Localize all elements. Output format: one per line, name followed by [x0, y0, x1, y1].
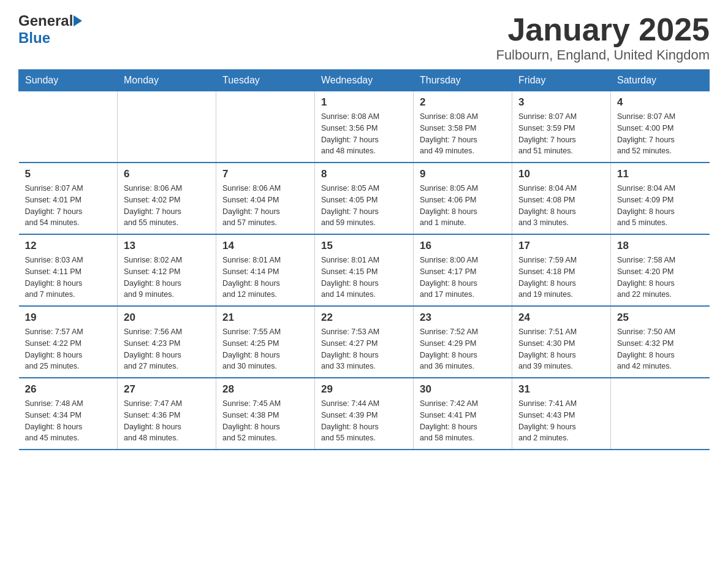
day-number: 24 — [518, 312, 604, 324]
calendar-cell: 2Sunrise: 8:08 AM Sunset: 3:58 PM Daylig… — [414, 91, 512, 163]
calendar-cell: 20Sunrise: 7:56 AM Sunset: 4:23 PM Dayli… — [118, 306, 216, 378]
calendar-cell: 11Sunrise: 8:04 AM Sunset: 4:09 PM Dayli… — [611, 163, 710, 234]
logo-blue: Blue — [18, 29, 50, 46]
calendar-cell: 23Sunrise: 7:52 AM Sunset: 4:29 PM Dayli… — [414, 306, 512, 378]
day-info: Sunrise: 8:01 AM Sunset: 4:15 PM Dayligh… — [321, 255, 407, 301]
calendar-cell: 19Sunrise: 7:57 AM Sunset: 4:22 PM Dayli… — [19, 306, 118, 378]
day-info: Sunrise: 8:04 AM Sunset: 4:09 PM Dayligh… — [617, 183, 703, 229]
calendar-title: January 2025 — [496, 12, 710, 47]
day-number: 17 — [518, 240, 604, 252]
calendar-week-4: 19Sunrise: 7:57 AM Sunset: 4:22 PM Dayli… — [19, 306, 710, 378]
day-info: Sunrise: 7:48 AM Sunset: 4:34 PM Dayligh… — [25, 398, 112, 444]
day-info: Sunrise: 8:06 AM Sunset: 4:02 PM Dayligh… — [124, 183, 210, 229]
day-number: 30 — [420, 383, 506, 396]
day-info: Sunrise: 7:52 AM Sunset: 4:29 PM Dayligh… — [420, 326, 506, 372]
calendar-cell — [19, 91, 118, 163]
day-info: Sunrise: 7:53 AM Sunset: 4:27 PM Dayligh… — [321, 326, 407, 372]
calendar-cell: 15Sunrise: 8:01 AM Sunset: 4:15 PM Dayli… — [315, 234, 414, 306]
day-number: 2 — [420, 96, 506, 109]
calendar-week-2: 5Sunrise: 8:07 AM Sunset: 4:01 PM Daylig… — [19, 163, 710, 234]
calendar-cell: 7Sunrise: 8:06 AM Sunset: 4:04 PM Daylig… — [216, 163, 315, 234]
day-info: Sunrise: 8:08 AM Sunset: 3:58 PM Dayligh… — [420, 111, 506, 157]
day-info: Sunrise: 7:51 AM Sunset: 4:30 PM Dayligh… — [518, 326, 604, 372]
day-info: Sunrise: 8:08 AM Sunset: 3:56 PM Dayligh… — [321, 111, 407, 157]
title-block: January 2025 Fulbourn, England, United K… — [496, 12, 710, 63]
calendar-cell: 8Sunrise: 8:05 AM Sunset: 4:05 PM Daylig… — [315, 163, 414, 234]
calendar-cell: 1Sunrise: 8:08 AM Sunset: 3:56 PM Daylig… — [315, 91, 414, 163]
day-number: 22 — [321, 312, 407, 324]
day-info: Sunrise: 7:47 AM Sunset: 4:36 PM Dayligh… — [124, 398, 210, 444]
calendar-cell: 18Sunrise: 7:58 AM Sunset: 4:20 PM Dayli… — [611, 234, 710, 306]
page-header: General Blue January 2025 Fulbourn, Engl… — [18, 12, 710, 63]
day-number: 5 — [25, 168, 112, 180]
calendar-cell: 31Sunrise: 7:41 AM Sunset: 4:43 PM Dayli… — [512, 378, 611, 450]
header-day-thursday: Thursday — [414, 70, 512, 91]
calendar-cell: 13Sunrise: 8:02 AM Sunset: 4:12 PM Dayli… — [118, 234, 216, 306]
day-info: Sunrise: 8:06 AM Sunset: 4:04 PM Dayligh… — [222, 183, 308, 229]
calendar-cell: 29Sunrise: 7:44 AM Sunset: 4:39 PM Dayli… — [315, 378, 414, 450]
calendar-cell: 3Sunrise: 8:07 AM Sunset: 3:59 PM Daylig… — [512, 91, 611, 163]
calendar-cell: 5Sunrise: 8:07 AM Sunset: 4:01 PM Daylig… — [19, 163, 118, 234]
calendar-cell: 27Sunrise: 7:47 AM Sunset: 4:36 PM Dayli… — [118, 378, 216, 450]
header-day-saturday: Saturday — [611, 70, 710, 91]
day-info: Sunrise: 8:05 AM Sunset: 4:06 PM Dayligh… — [420, 183, 506, 229]
day-number: 16 — [420, 240, 506, 252]
day-number: 28 — [222, 383, 308, 396]
calendar-cell: 4Sunrise: 8:07 AM Sunset: 4:00 PM Daylig… — [611, 91, 710, 163]
day-number: 10 — [518, 168, 604, 180]
day-info: Sunrise: 7:45 AM Sunset: 4:38 PM Dayligh… — [222, 398, 308, 444]
calendar-cell: 22Sunrise: 7:53 AM Sunset: 4:27 PM Dayli… — [315, 306, 414, 378]
calendar-cell — [611, 378, 710, 450]
calendar-cell: 16Sunrise: 8:00 AM Sunset: 4:17 PM Dayli… — [414, 234, 512, 306]
day-info: Sunrise: 8:05 AM Sunset: 4:05 PM Dayligh… — [321, 183, 407, 229]
calendar-header-row: SundayMondayTuesdayWednesdayThursdayFrid… — [19, 70, 710, 91]
day-info: Sunrise: 7:58 AM Sunset: 4:20 PM Dayligh… — [617, 255, 703, 301]
calendar-cell: 30Sunrise: 7:42 AM Sunset: 4:41 PM Dayli… — [414, 378, 512, 450]
calendar-table: SundayMondayTuesdayWednesdayThursdayFrid… — [18, 69, 710, 450]
day-info: Sunrise: 8:02 AM Sunset: 4:12 PM Dayligh… — [124, 255, 210, 301]
calendar-cell: 24Sunrise: 7:51 AM Sunset: 4:30 PM Dayli… — [512, 306, 611, 378]
day-number: 18 — [617, 240, 703, 252]
header-day-sunday: Sunday — [19, 70, 118, 91]
logo: General Blue — [18, 12, 83, 47]
day-number: 6 — [124, 168, 210, 180]
day-number: 11 — [617, 168, 703, 180]
day-number: 19 — [25, 312, 112, 324]
day-number: 20 — [124, 312, 210, 324]
calendar-week-3: 12Sunrise: 8:03 AM Sunset: 4:11 PM Dayli… — [19, 234, 710, 306]
calendar-week-1: 1Sunrise: 8:08 AM Sunset: 3:56 PM Daylig… — [19, 91, 710, 163]
day-info: Sunrise: 7:55 AM Sunset: 4:25 PM Dayligh… — [222, 326, 308, 372]
day-info: Sunrise: 7:42 AM Sunset: 4:41 PM Dayligh… — [420, 398, 506, 444]
day-info: Sunrise: 8:07 AM Sunset: 4:01 PM Dayligh… — [25, 183, 112, 229]
header-day-monday: Monday — [118, 70, 216, 91]
calendar-cell: 28Sunrise: 7:45 AM Sunset: 4:38 PM Dayli… — [216, 378, 315, 450]
day-info: Sunrise: 7:57 AM Sunset: 4:22 PM Dayligh… — [25, 326, 112, 372]
day-number: 14 — [222, 240, 308, 252]
calendar-cell: 9Sunrise: 8:05 AM Sunset: 4:06 PM Daylig… — [414, 163, 512, 234]
day-number: 1 — [321, 96, 407, 109]
day-info: Sunrise: 8:07 AM Sunset: 3:59 PM Dayligh… — [518, 111, 604, 157]
header-day-friday: Friday — [512, 70, 611, 91]
day-number: 27 — [124, 383, 210, 396]
day-info: Sunrise: 8:01 AM Sunset: 4:14 PM Dayligh… — [222, 255, 308, 301]
header-day-tuesday: Tuesday — [216, 70, 315, 91]
calendar-cell: 26Sunrise: 7:48 AM Sunset: 4:34 PM Dayli… — [19, 378, 118, 450]
day-number: 23 — [420, 312, 506, 324]
day-info: Sunrise: 8:03 AM Sunset: 4:11 PM Dayligh… — [25, 255, 112, 301]
day-number: 9 — [420, 168, 506, 180]
calendar-cell: 10Sunrise: 8:04 AM Sunset: 4:08 PM Dayli… — [512, 163, 611, 234]
logo-triangle-icon — [74, 15, 82, 26]
calendar-cell: 6Sunrise: 8:06 AM Sunset: 4:02 PM Daylig… — [118, 163, 216, 234]
day-number: 21 — [222, 312, 308, 324]
day-number: 26 — [25, 383, 112, 396]
day-info: Sunrise: 8:00 AM Sunset: 4:17 PM Dayligh… — [420, 255, 506, 301]
day-number: 3 — [518, 96, 604, 109]
header-day-wednesday: Wednesday — [315, 70, 414, 91]
day-number: 29 — [321, 383, 407, 396]
day-info: Sunrise: 8:04 AM Sunset: 4:08 PM Dayligh… — [518, 183, 604, 229]
day-number: 7 — [222, 168, 308, 180]
day-number: 31 — [518, 383, 604, 396]
day-info: Sunrise: 7:50 AM Sunset: 4:32 PM Dayligh… — [617, 326, 703, 372]
day-info: Sunrise: 7:56 AM Sunset: 4:23 PM Dayligh… — [124, 326, 210, 372]
calendar-cell: 12Sunrise: 8:03 AM Sunset: 4:11 PM Dayli… — [19, 234, 118, 306]
